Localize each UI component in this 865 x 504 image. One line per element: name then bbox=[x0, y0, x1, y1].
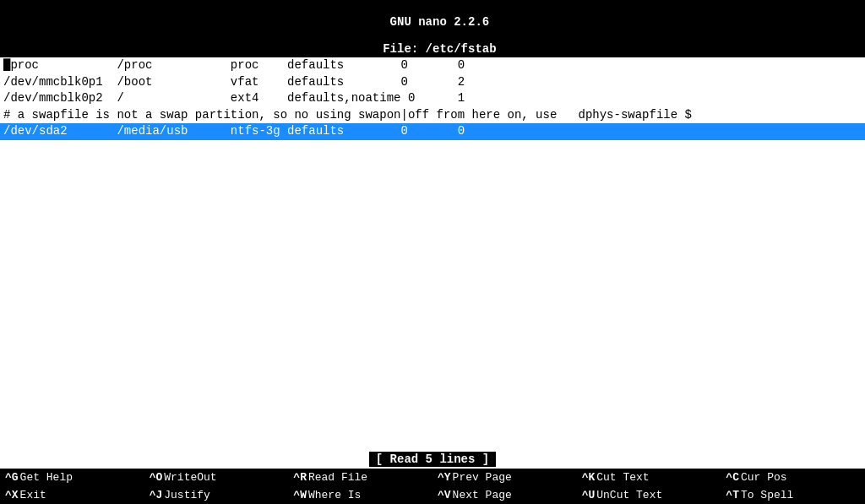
shortcut-item-1-2[interactable]: ^W Where Is bbox=[288, 488, 432, 502]
shortcut-label-0-1: WriteOut bbox=[164, 471, 216, 484]
shortcut-label-1-1: Justify bbox=[164, 489, 210, 501]
shortcut-key-1-5: ^T bbox=[726, 489, 739, 501]
shortcut-key-0-0: ^G bbox=[5, 471, 19, 484]
shortcut-item-0-2[interactable]: ^R Read File bbox=[288, 470, 432, 485]
editor-line-3: # a swapfile is not a swap partition, so… bbox=[0, 107, 865, 124]
shortcut-key-0-4: ^K bbox=[582, 471, 596, 484]
shortcut-item-1-3[interactable]: ^V Next Page bbox=[432, 488, 577, 502]
file-name: File: /etc/fstab bbox=[383, 42, 496, 56]
shortcut-item-1-0[interactable]: ^X Exit bbox=[0, 488, 144, 502]
editor-line-1: /dev/mmcblk0p1 /boot vfat defaults 0 2 bbox=[0, 74, 865, 91]
shortcut-label-1-3: Next Page bbox=[453, 489, 512, 501]
shortcut-item-0-5[interactable]: ^C Cur Pos bbox=[721, 470, 865, 485]
shortcut-item-0-1[interactable]: ^O WriteOut bbox=[144, 470, 289, 485]
shortcut-item-0-0[interactable]: ^G Get Help bbox=[0, 470, 144, 485]
editor-line-4: /dev/sda2 /media/usb ntfs-3g defaults 0 … bbox=[0, 123, 865, 140]
shortcut-label-0-2: Read File bbox=[308, 471, 367, 484]
shortcut-key-1-0: ^X bbox=[5, 489, 19, 501]
shortcut-key-1-4: ^U bbox=[582, 489, 596, 501]
shortcut-item-0-3[interactable]: ^Y Prev Page bbox=[432, 470, 577, 485]
shortcut-item-1-4[interactable]: ^U UnCut Text bbox=[577, 488, 721, 502]
app-name: GNU nano 2.2.6 bbox=[390, 15, 490, 29]
editor-line-0: █proc /proc proc defaults 0 0 bbox=[0, 57, 865, 74]
shortcut-item-0-4[interactable]: ^K Cut Text bbox=[577, 470, 721, 485]
editor-area[interactable]: █proc /proc proc defaults 0 0/dev/mmcblk… bbox=[0, 57, 865, 450]
shortcut-key-1-3: ^V bbox=[438, 489, 451, 501]
shortcut-key-1-1: ^J bbox=[150, 489, 163, 501]
status-bar: [ Read 5 lines ] bbox=[0, 450, 865, 469]
shortcut-item-1-1[interactable]: ^J Justify bbox=[144, 488, 289, 502]
shortcut-item-1-5[interactable]: ^T To Spell bbox=[721, 488, 865, 502]
shortcut-key-0-3: ^Y bbox=[438, 471, 451, 484]
shortcut-label-0-4: Cut Text bbox=[596, 471, 649, 484]
shortcut-label-1-4: UnCut Text bbox=[596, 489, 662, 501]
title-bar: GNU nano 2.2.6 File: /etc/fstab bbox=[0, 0, 865, 57]
shortcut-bar: ^G Get Help^O WriteOut^R Read File^Y Pre… bbox=[0, 469, 865, 504]
shortcut-label-1-0: Exit bbox=[20, 489, 46, 501]
shortcut-label-0-0: Get Help bbox=[20, 471, 73, 484]
shortcut-label-1-2: Where Is bbox=[308, 489, 361, 501]
shortcut-key-0-1: ^O bbox=[150, 471, 163, 484]
shortcut-row-0: ^G Get Help^O WriteOut^R Read File^Y Pre… bbox=[0, 469, 865, 486]
title-separator bbox=[404, 29, 475, 42]
shortcut-key-0-5: ^C bbox=[726, 471, 739, 484]
shortcut-key-0-2: ^R bbox=[293, 471, 307, 484]
shortcut-label-0-5: Cur Pos bbox=[741, 471, 787, 484]
shortcut-key-1-2: ^W bbox=[293, 489, 307, 501]
status-message: [ Read 5 lines ] bbox=[369, 452, 496, 467]
shortcut-label-1-5: To Spell bbox=[741, 489, 793, 501]
editor-line-2: /dev/mmcblk0p2 / ext4 defaults,noatime 0… bbox=[0, 90, 865, 107]
shortcut-row-1: ^X Exit^J Justify^W Where Is^V Next Page… bbox=[0, 486, 865, 504]
shortcut-label-0-3: Prev Page bbox=[453, 471, 512, 484]
